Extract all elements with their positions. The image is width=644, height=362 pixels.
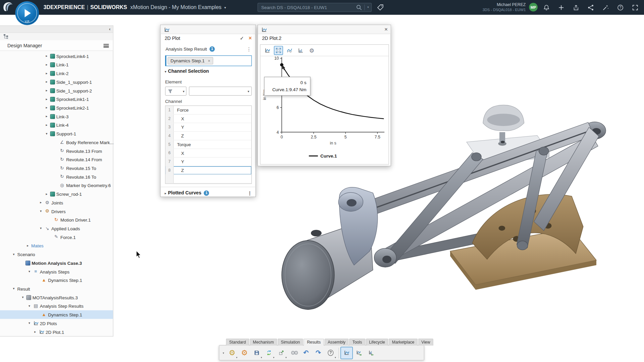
tab-view[interactable]: View — [418, 339, 433, 346]
curve-options-button[interactable] — [285, 46, 294, 55]
tab-lifecycle[interactable]: Lifecycle — [366, 339, 388, 346]
close-icon[interactable]: × — [384, 26, 388, 33]
plot-settings-button[interactable]: ⚙ — [307, 46, 316, 55]
share-icon[interactable] — [572, 3, 580, 11]
dropdown-chevron-icon[interactable]: ▾ — [248, 89, 249, 93]
tree-item-screw-rod-1[interactable]: ▸Screw_rod-1 — [0, 190, 113, 198]
section-menu-icon[interactable]: ⋮ — [247, 190, 252, 196]
add-content-icon[interactable] — [557, 3, 565, 11]
tab-simulation[interactable]: Simulation — [277, 339, 303, 346]
tree-item-mates[interactable]: ▸Mates — [0, 241, 113, 250]
tree-item-result[interactable]: ▾Result — [0, 285, 113, 293]
dropdown-caret-icon[interactable]: ▾ — [335, 356, 336, 359]
compass-play-button[interactable]: V.R — [15, 1, 39, 25]
expand-arrow-icon[interactable]: ▸ — [44, 88, 49, 92]
search-box[interactable]: ▾ — [258, 3, 372, 12]
tab-assembly[interactable]: Assembly — [324, 339, 349, 346]
help-icon[interactable]: ? — [616, 3, 624, 11]
toolbar-expander-icon[interactable]: ▾ — [221, 351, 226, 355]
update-button[interactable]: ▾ — [263, 347, 275, 359]
tree-item-revolute-14-from[interactable]: ↻Revolute.14 From — [0, 155, 113, 164]
collapse-arrow-icon[interactable]: ▾ — [39, 227, 43, 230]
expand-arrow-icon[interactable]: ▸ — [44, 123, 49, 127]
export-button[interactable]: ▾ — [275, 347, 287, 359]
collapse-arrow-icon[interactable]: ▾ — [39, 209, 43, 213]
expand-arrow-icon[interactable]: ▸ — [25, 244, 30, 247]
channel-selection-header[interactable]: ▾Channel Selection — [165, 68, 209, 73]
search-options-chevron-icon[interactable]: ▾ — [365, 4, 371, 10]
tree-item-revolute-13-from[interactable]: ↻Revolute.13 From — [0, 146, 113, 155]
settings-button[interactable]: ⚙⚙ — [287, 347, 300, 359]
element-select-dropdown[interactable]: ▾ — [189, 86, 252, 96]
tree-item-force-1[interactable]: ✎Force.1 — [0, 233, 113, 241]
tree-item-applied-loads[interactable]: ▾↘Applied Loads — [0, 224, 113, 233]
channel-row-5[interactable]: 5Torque — [165, 140, 251, 149]
expand-arrow-icon[interactable]: ▸ — [44, 106, 49, 110]
tree-item-sprocketlink2-1[interactable]: ▸SprocketLink2-1 — [0, 104, 113, 112]
line-chart[interactable]: 4681002.557.5in sin NmCurve.1 — [260, 56, 388, 164]
expand-arrow-icon[interactable]: ▸ — [33, 330, 37, 334]
tree-item-dynamics-step-1[interactable]: ▲Dynamics Step.1 — [0, 276, 113, 285]
tree-item-analysis-steps[interactable]: ▾≡Analysis Steps — [0, 267, 113, 276]
selected-step-chip[interactable]: Dynamics Step.1 × — [168, 57, 213, 64]
expand-arrow-icon[interactable]: ▸ — [44, 80, 49, 84]
tab-results[interactable]: Results — [304, 339, 324, 346]
apply-icon[interactable]: ✓ — [240, 34, 244, 42]
element-filter-dropdown[interactable]: ▾ — [165, 86, 186, 96]
tab-standard[interactable]: Standard — [226, 339, 249, 346]
collapse-arrow-icon[interactable]: ▾ — [11, 287, 16, 291]
dropdown-chevron-icon[interactable]: ▾ — [183, 89, 184, 93]
fit-view-button[interactable] — [274, 46, 283, 55]
tree-item-sprocketlink4-1[interactable]: ▸SprocketLink4-1 — [0, 52, 113, 60]
tree-item-side-1-support-1[interactable]: ▸Side_1_support-1 — [0, 77, 113, 86]
panel-menu-icon[interactable] — [104, 44, 109, 48]
dropdown-caret-icon[interactable]: ▾ — [236, 356, 237, 359]
dropdown-caret-icon[interactable]: ▾ — [285, 356, 287, 359]
tree-item-motion-analysis-case-3[interactable]: Motion Analysis Case.3 — [0, 258, 113, 267]
tab-marketplace[interactable]: Marketplace — [389, 339, 418, 346]
tree-item-motion-driver-1[interactable]: ↻Motion Driver.1 — [0, 216, 113, 224]
mechanism-manager-button[interactable]: ⚙ — [238, 347, 251, 359]
collapse-arrow-icon[interactable]: ▾ — [44, 132, 49, 135]
tab-mechanism[interactable]: Mechanism — [250, 339, 277, 346]
collapse-panel-icon[interactable]: ‹ — [109, 26, 110, 31]
channel-row-3[interactable]: 3Y — [165, 123, 251, 132]
channel-row-6[interactable]: 6X — [165, 149, 251, 158]
tree-item-marker-by-geometry-6[interactable]: ◎Marker by Geometry.6 — [0, 181, 113, 190]
tree-item-link-2[interactable]: ▸Link-2 — [0, 69, 113, 78]
assistant-wand-icon[interactable] — [601, 3, 609, 11]
expand-arrow-icon[interactable]: ▸ — [44, 97, 49, 101]
chip-remove-icon[interactable]: × — [208, 58, 210, 63]
tree-item-2d-plots[interactable]: ▾2D Plots — [0, 319, 113, 327]
tree-item-support-1[interactable]: ▾Support-1 — [0, 129, 113, 138]
tag-icon[interactable] — [377, 4, 384, 11]
save-button[interactable]: ▾ — [251, 347, 263, 359]
section-menu-icon[interactable]: ⋮ — [247, 46, 252, 52]
tree-item-side-1-support-2[interactable]: ▸Side_1_support-2 — [0, 86, 113, 95]
plot-display-button[interactable] — [263, 46, 272, 55]
dropdown-caret-icon[interactable]: ▾ — [261, 356, 262, 359]
import-plot-button[interactable] — [365, 347, 378, 359]
undo-button[interactable]: ↶ — [300, 347, 312, 359]
app-title[interactable]: xMotion Design - My Motion Examples — [130, 4, 222, 10]
plot-2d-button[interactable] — [340, 347, 353, 359]
axes-options-button[interactable] — [296, 46, 305, 55]
expand-arrow-icon[interactable]: ▸ — [44, 71, 49, 75]
expand-arrow-icon[interactable]: ▸ — [44, 63, 49, 66]
channel-row-1[interactable]: 1Force — [165, 106, 251, 115]
channel-row-2[interactable]: 2X — [165, 115, 251, 123]
tree-item-revolute-16-to[interactable]: ↻Revolute.16 To — [0, 172, 113, 181]
expand-arrow-icon[interactable]: ▸ — [44, 54, 49, 58]
tree-item-link-4[interactable]: ▸Link-4 — [0, 121, 113, 129]
analysis-step-result-list[interactable]: Dynamics Step.1 × — [165, 55, 252, 66]
channel-row-4[interactable]: 4Z — [165, 132, 251, 140]
plotted-curves-header[interactable]: ▸Plotted Curves1 ⋮ — [161, 187, 256, 196]
tree-item-2d-plot-1[interactable]: ▸2D Plot.1 — [0, 327, 113, 336]
expand-arrow-icon[interactable]: ▸ — [44, 115, 49, 118]
tree-view-icon[interactable] — [3, 34, 9, 39]
search-input[interactable] — [258, 5, 356, 10]
expand-arrow-icon[interactable]: ▸ — [165, 192, 166, 195]
tab-tools[interactable]: Tools — [349, 339, 365, 346]
channel-row-7[interactable]: 7Y — [165, 158, 251, 166]
expand-arrow-icon[interactable]: ▸ — [39, 201, 43, 204]
